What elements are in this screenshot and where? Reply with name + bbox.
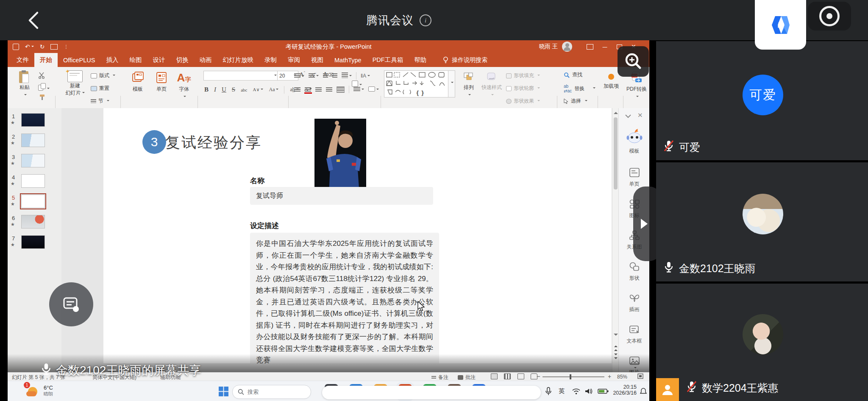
comments-button[interactable]: 批注 <box>458 374 476 381</box>
tray-mic-icon[interactable] <box>545 381 552 401</box>
slide-thumbnail-2[interactable]: 2★ <box>8 133 61 153</box>
slide-thumbnail-1[interactable]: 1★ <box>8 112 61 132</box>
reset-button[interactable]: 重置 <box>91 85 109 92</box>
panel-item-模板[interactable]: 模板 <box>619 128 649 155</box>
new-slide-button[interactable]: ✦ 新建 幻灯片 <box>62 70 88 97</box>
tray-notifications-icon[interactable] <box>640 381 647 401</box>
numbering-button[interactable] <box>309 72 319 80</box>
change-case-button[interactable]: Aa <box>269 86 278 93</box>
replace-button[interactable]: ab⇄ac替换 <box>564 84 595 93</box>
ppt-tab-审阅[interactable]: 审阅 <box>282 53 306 67</box>
officeplus-template-button[interactable]: 模板 <box>127 71 148 93</box>
meeting-info-icon[interactable]: i <box>420 14 431 26</box>
panel-collapse-icon[interactable] <box>625 112 632 120</box>
distribute-icon[interactable] <box>337 86 345 93</box>
zoom-slider-thumb[interactable] <box>570 374 571 379</box>
slide-thumbnail-3[interactable]: 3★ <box>8 153 61 173</box>
ppt-tab-视图[interactable]: 视图 <box>306 53 329 67</box>
arrange-button[interactable]: 排列 <box>459 72 478 99</box>
ppt-tab-帮助[interactable]: 帮助 <box>409 53 432 67</box>
ppt-tab-绘图[interactable]: 绘图 <box>124 53 147 67</box>
ppt-tab-MathType[interactable]: MathType <box>329 53 367 67</box>
underline-button[interactable]: U <box>222 86 226 93</box>
panel-close-icon[interactable]: ✕ <box>637 111 643 119</box>
tray-input-language[interactable]: 英 <box>559 381 565 401</box>
scroll-up-icon[interactable] <box>614 110 618 114</box>
ppt-tab-OfficePLUS[interactable]: OfficePLUS <box>58 53 101 67</box>
taskbar-search[interactable]: 搜索 <box>232 385 311 399</box>
align-center-icon[interactable] <box>305 87 311 92</box>
officeplus-page-button[interactable]: 单页 <box>151 71 172 93</box>
member-list-badge[interactable] <box>656 378 679 401</box>
format-painter-icon[interactable] <box>39 94 45 102</box>
quick-styles-button[interactable]: 快速样式 <box>480 72 504 99</box>
ppt-tab-录制[interactable]: 录制 <box>259 53 282 67</box>
scroll-down-icon[interactable] <box>614 334 618 338</box>
record-indicator[interactable] <box>808 2 851 31</box>
shape-effects-button[interactable]: 形状效果 <box>506 97 540 105</box>
ppt-tab-切换[interactable]: 切换 <box>171 53 194 67</box>
slide-thumbnail-7[interactable]: 7★ <box>8 234 61 254</box>
slide-scrollbar[interactable] <box>612 108 619 372</box>
participant-tile[interactable]: 数学2204王紫惠 <box>656 284 868 401</box>
minimize-button[interactable]: ─ <box>598 40 612 53</box>
shapes-gallery[interactable]: {} <box>384 70 448 97</box>
char-spacing-button[interactable]: A∨ <box>253 87 263 92</box>
panel-item-文本框[interactable]: 文本框 <box>619 324 649 345</box>
current-slide[interactable]: 3 复试经验分享 名称 复试导师 设定描述 <box>103 108 612 363</box>
panel-item-插画[interactable]: 插画 <box>619 293 649 313</box>
participant-tile[interactable]: 金数2102王晓雨 <box>656 162 868 281</box>
scrollbar-thumb[interactable] <box>614 117 618 189</box>
shadow-button[interactable]: abc <box>241 87 247 92</box>
zoom-slider[interactable] <box>542 376 604 377</box>
find-button[interactable]: 查找 <box>564 71 582 78</box>
line-spacing-button[interactable] <box>342 72 352 80</box>
ppt-tab-开始[interactable]: 开始 <box>34 53 58 67</box>
shapes-gallery-more[interactable] <box>448 70 455 97</box>
ppt-tab-插入[interactable]: 插入 <box>101 53 124 67</box>
slide-sorter-icon[interactable] <box>504 373 511 379</box>
align-objects-button[interactable] <box>352 81 362 89</box>
panel-item-形状[interactable]: 形状 <box>619 262 649 282</box>
bold-button[interactable]: B <box>204 86 209 93</box>
slide-thumbnail-6[interactable]: 6★ <box>8 214 61 234</box>
zoom-out-icon[interactable]: − <box>537 373 540 380</box>
increase-indent-icon[interactable] <box>332 72 337 80</box>
ppt-tab-幻灯片放映[interactable]: 幻灯片放映 <box>217 53 259 67</box>
zoom-in-icon[interactable]: + <box>608 373 611 380</box>
tray-clock[interactable]: 20:15 2026/3/16 <box>613 384 637 396</box>
panel-item-单页[interactable]: 单页 <box>619 167 649 188</box>
align-left-icon[interactable] <box>294 87 300 92</box>
officeplus-font-button[interactable]: A字 字体 <box>175 71 193 100</box>
slide-thumbnail-4[interactable]: 4★ <box>8 173 61 193</box>
bullets-button[interactable] <box>294 72 304 80</box>
ppt-tab-设计[interactable]: 设计 <box>147 53 171 67</box>
ribbon-display-options-icon[interactable] <box>582 40 598 53</box>
participant-tile[interactable]: 可爱 可爱 <box>656 41 868 160</box>
back-icon[interactable] <box>25 11 42 30</box>
zoom-control-overlay[interactable] <box>618 46 649 77</box>
select-button[interactable]: 选择 <box>564 97 587 105</box>
justify-icon[interactable] <box>326 87 332 92</box>
tray-wifi-icon[interactable] <box>572 381 580 401</box>
slide-thumbnail-5[interactable]: 5★ <box>8 194 61 214</box>
fit-to-window-icon[interactable] <box>637 373 643 380</box>
addins-button[interactable]: 加载项 <box>601 72 621 89</box>
app-logo-window[interactable] <box>755 0 806 50</box>
paste-button[interactable]: 粘贴 <box>15 70 34 99</box>
tray-speaker-icon[interactable] <box>585 381 593 401</box>
section-button[interactable]: 节 <box>91 97 109 105</box>
ppt-tab-文件[interactable]: 文件 <box>11 53 34 67</box>
align-right-icon[interactable] <box>315 87 322 92</box>
ppt-account-avatar[interactable] <box>562 42 572 52</box>
meeting-floating-widget[interactable] <box>49 282 93 326</box>
font-name-select[interactable] <box>203 71 279 81</box>
cut-icon[interactable] <box>38 72 45 81</box>
tray-battery-icon[interactable] <box>598 381 609 401</box>
decrease-indent-icon[interactable] <box>323 72 328 80</box>
shape-outline-button[interactable]: 形状轮廓 <box>506 85 540 92</box>
layout-button[interactable]: 版式 <box>91 72 115 79</box>
notes-button[interactable]: 备注 <box>431 374 448 381</box>
reading-view-icon[interactable] <box>517 373 524 379</box>
strikethrough-button[interactable]: S <box>232 86 235 93</box>
